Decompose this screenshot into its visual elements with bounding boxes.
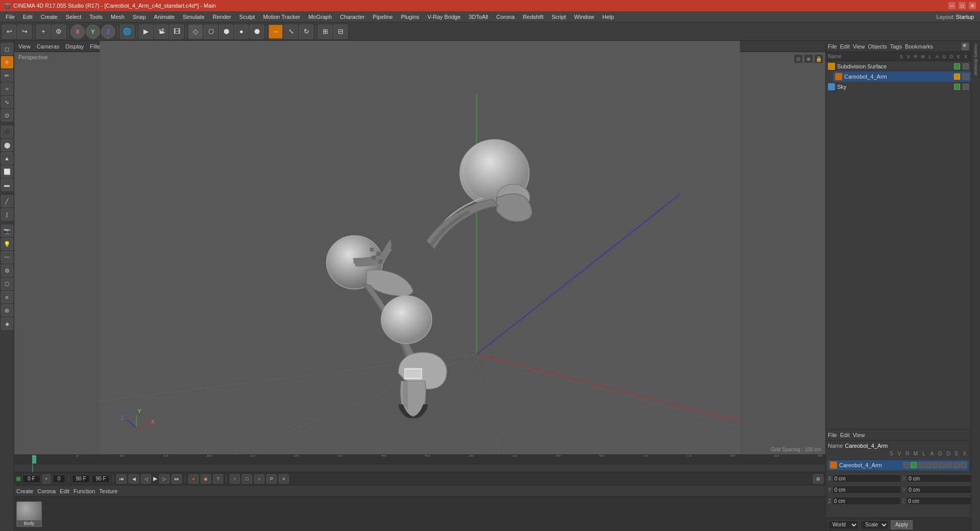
menu-pipeline[interactable]: Pipeline xyxy=(369,13,396,21)
ae-y-pos-field[interactable] xyxy=(832,486,901,494)
texture-tool[interactable]: ◈ xyxy=(1,318,13,330)
menu-file[interactable]: File xyxy=(2,13,18,21)
play-button[interactable]: ▶ xyxy=(153,475,157,482)
current-frame-field[interactable] xyxy=(22,475,40,483)
ae-edit-menu[interactable]: Edit xyxy=(840,432,850,438)
ae-scale-select[interactable]: Scale xyxy=(861,520,889,529)
om-item-subdivision[interactable]: Subdivision Surface xyxy=(826,61,971,71)
layout-views-button[interactable]: ⊞ xyxy=(318,25,332,39)
auto-key-button[interactable]: ◉ xyxy=(201,474,211,484)
light-tool[interactable]: 💡 xyxy=(1,238,13,250)
texture-mode-button[interactable]: ⬡ xyxy=(204,25,218,39)
ae-icon-1[interactable] xyxy=(903,462,910,468)
menu-select[interactable]: Select xyxy=(62,13,85,21)
menu-3dtoall[interactable]: 3DToAll xyxy=(465,13,492,21)
om-objects-menu[interactable]: Objects xyxy=(868,43,887,50)
ae-y-rot-field[interactable] xyxy=(906,486,975,494)
tweak-tool[interactable]: ∿ xyxy=(1,96,13,108)
add-keyframe-button[interactable]: + xyxy=(42,474,51,484)
cube-tool[interactable]: ⬛ xyxy=(1,126,13,138)
ae-icon-7[interactable] xyxy=(946,462,952,468)
edge-mode-button[interactable]: ⬣ xyxy=(250,25,264,39)
cone-tool[interactable]: ▲ xyxy=(1,152,13,164)
menu-mesh[interactable]: Mesh xyxy=(107,13,128,21)
material-body[interactable]: Body xyxy=(16,501,42,527)
new-object-button[interactable]: + xyxy=(36,25,51,39)
om-view-menu[interactable]: View xyxy=(853,43,865,50)
grid-button[interactable]: ⊟ xyxy=(333,25,348,39)
menu-plugins[interactable]: Plugins xyxy=(397,13,423,21)
deform-tool[interactable]: 〰 xyxy=(1,251,13,263)
menu-tools[interactable]: Tools xyxy=(86,13,106,21)
mat-edit-menu[interactable]: Edit xyxy=(60,488,69,494)
surface-tool[interactable]: ⬡ xyxy=(1,278,13,290)
menu-simulate[interactable]: Simulate xyxy=(179,13,208,21)
window-controls[interactable]: ─ □ ✕ xyxy=(948,2,976,9)
om-tags-menu[interactable]: Tags xyxy=(890,43,902,50)
om-sky-visible[interactable] xyxy=(954,84,960,90)
mat-texture-menu[interactable]: Texture xyxy=(99,488,117,494)
ae-z-rot-field[interactable] xyxy=(906,497,975,505)
menu-window[interactable]: Window xyxy=(571,13,598,21)
menu-character[interactable]: Character xyxy=(336,13,368,21)
generator-tool[interactable]: ⚙ xyxy=(1,264,13,277)
redo-button[interactable]: ↪ xyxy=(17,25,32,39)
minimize-button[interactable]: ─ xyxy=(948,2,955,9)
plane-tool[interactable]: ▬ xyxy=(1,179,13,191)
timeline-track[interactable] xyxy=(14,464,825,472)
move-tool-button[interactable]: ↔ xyxy=(268,25,283,39)
tl-p-button[interactable]: P xyxy=(266,474,277,484)
menu-vray[interactable]: V-Ray Bridge xyxy=(424,13,464,21)
mat-corona-menu[interactable]: Corona xyxy=(37,488,56,494)
ae-view-menu[interactable]: View xyxy=(853,432,865,438)
go-start-button[interactable]: ⏮ xyxy=(116,474,127,484)
menu-create[interactable]: Create xyxy=(37,13,61,21)
play-reverse-button[interactable]: ◁ xyxy=(141,474,151,484)
world-coord-button[interactable]: 🌐 xyxy=(120,25,134,39)
model-mode-button[interactable]: ◇ xyxy=(188,25,203,39)
om-sky-lock[interactable] xyxy=(963,84,969,90)
menu-sculpt[interactable]: Sculpt xyxy=(236,13,259,21)
prev-frame-button[interactable]: ◀ xyxy=(129,474,139,484)
ae-selected-row[interactable]: Careobot_4_Arm xyxy=(828,460,969,470)
viewport-3d[interactable]: View Cameras Display Filter Panel ⊙ ⊕ 🔒 … xyxy=(14,41,825,454)
mat-create-menu[interactable]: Create xyxy=(16,488,33,494)
timeline-ruler[interactable]: 0 5 10 15 20 25 30 35 40 45 50 55 60 65 xyxy=(14,455,825,464)
vertex-mode-button[interactable]: ● xyxy=(234,25,249,39)
rb-assets-label[interactable]: Assets Browser xyxy=(973,42,978,78)
om-item-sky[interactable]: Sky xyxy=(826,82,971,92)
ae-z-pos-field[interactable] xyxy=(832,497,901,505)
paint-mode-button[interactable]: ⬢ xyxy=(219,25,233,39)
om-careobot-lock[interactable] xyxy=(963,74,969,80)
object-tool[interactable]: ◻ xyxy=(1,43,13,55)
ae-icon-2[interactable] xyxy=(911,462,917,468)
cylinder-tool[interactable]: ⬜ xyxy=(1,165,13,178)
scale-tool-button[interactable]: ⤡ xyxy=(284,25,298,39)
spline-tool[interactable]: ∫ xyxy=(1,208,13,221)
move-tool[interactable]: ✛ xyxy=(1,56,13,68)
om-item-careobot[interactable]: Careobot_4_Arm xyxy=(833,71,971,82)
ae-x-pos-field[interactable] xyxy=(832,474,901,482)
om-subdivision-lock[interactable] xyxy=(963,63,969,69)
rotate-tool-button[interactable]: ↻ xyxy=(299,25,313,39)
menu-edit[interactable]: Edit xyxy=(19,13,36,21)
next-frame-button[interactable]: ▷ xyxy=(159,474,169,484)
ae-icon-9[interactable] xyxy=(961,462,967,468)
menu-animate[interactable]: Animate xyxy=(151,13,178,21)
menu-render[interactable]: Render xyxy=(209,13,235,21)
camera-tool[interactable]: 📷 xyxy=(1,225,13,237)
ae-world-select[interactable]: World xyxy=(828,520,859,529)
end-frame-field[interactable] xyxy=(72,475,90,483)
tl-add-button[interactable]: + xyxy=(230,474,240,484)
go-end-button[interactable]: ⏭ xyxy=(172,474,182,484)
poly-pen-tool[interactable]: ✏ xyxy=(1,69,13,82)
ae-icon-5[interactable] xyxy=(932,462,938,468)
fps-field[interactable] xyxy=(92,475,110,483)
undo-button[interactable]: ↩ xyxy=(2,25,16,39)
tl-settings-button[interactable]: ≡ xyxy=(279,474,289,484)
hair-tool[interactable]: ≡ xyxy=(1,291,13,303)
key-all-button[interactable]: ? xyxy=(213,474,223,484)
sphere-tool[interactable]: ⬤ xyxy=(1,139,13,151)
menu-snap[interactable]: Snap xyxy=(129,13,150,21)
record-button[interactable]: ● xyxy=(188,474,199,484)
